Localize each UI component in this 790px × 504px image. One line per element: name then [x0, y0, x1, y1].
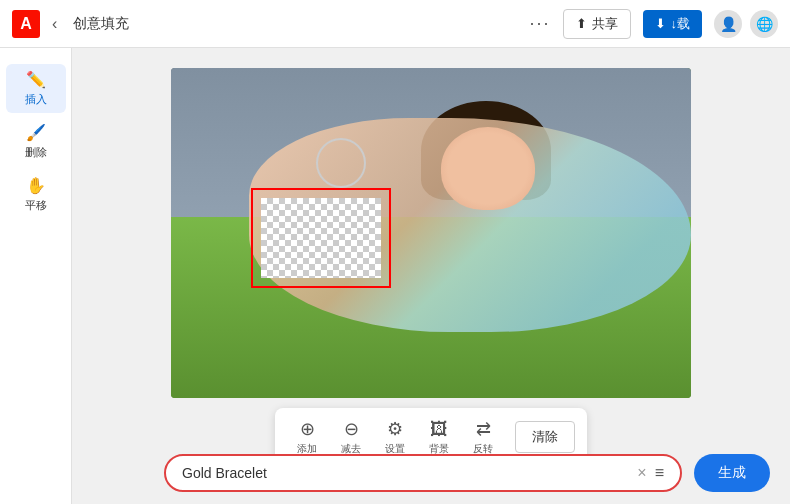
brush-circle	[316, 138, 366, 188]
canvas-area: ⊕ 添加 ⊖ 减去 ⚙ 设置 🖼 背景 ⇄ 反转 清除	[72, 48, 790, 504]
delete-icon: 🖌️	[26, 123, 46, 142]
topbar-left: A ‹ 创意填充	[12, 10, 129, 38]
download-button[interactable]: ⬇ ↓载	[643, 10, 703, 38]
topbar: A ‹ 创意填充 ··· ⬆ 共享 ⬇ ↓载 👤 🌐	[0, 0, 790, 48]
removed-area	[261, 198, 381, 278]
share-icon: ⬆	[576, 16, 587, 31]
pan-icon: ✋	[26, 176, 46, 195]
left-toolbar: ✏️ 插入 🖌️ 删除 ✋ 平移	[0, 48, 72, 504]
page-title: 创意填充	[73, 15, 129, 33]
clear-icon[interactable]: ×	[637, 464, 646, 482]
topbar-right: ··· ⬆ 共享 ⬇ ↓载 👤 🌐	[529, 9, 778, 39]
download-icon: ⬇	[655, 16, 666, 31]
person-face	[441, 127, 535, 210]
tool-insert[interactable]: ✏️ 插入	[6, 64, 66, 113]
insert-icon: ✏️	[26, 70, 46, 89]
tool-delete[interactable]: 🖌️ 删除	[6, 117, 66, 166]
search-container: × ≡	[164, 454, 682, 492]
more-button[interactable]: ···	[529, 13, 550, 34]
search-input[interactable]	[182, 465, 629, 481]
user-icon[interactable]: 👤	[714, 10, 742, 38]
flip-icon: ⇄	[476, 418, 491, 440]
add-icon: ⊕	[300, 418, 315, 440]
adobe-logo[interactable]: A	[12, 10, 40, 38]
subtract-icon: ⊖	[344, 418, 359, 440]
photo-scene	[171, 68, 691, 398]
image-container[interactable]	[171, 68, 691, 398]
search-settings-icon[interactable]: ≡	[655, 464, 664, 482]
settings-icon: ⚙	[387, 418, 403, 440]
tool-pan[interactable]: ✋ 平移	[6, 170, 66, 219]
main-area: ✏️ 插入 🖌️ 删除 ✋ 平移	[0, 48, 790, 504]
share-button[interactable]: ⬆ 共享	[563, 9, 631, 39]
topbar-icons: 👤 🌐	[714, 10, 778, 38]
back-button[interactable]: ‹	[48, 11, 61, 37]
globe-icon[interactable]: 🌐	[750, 10, 778, 38]
tool-bg-btn[interactable]: 🖼 背景	[419, 415, 459, 460]
bottom-bar: × ≡ 生成	[144, 454, 790, 492]
clear-button[interactable]: 清除	[515, 421, 575, 453]
generate-button[interactable]: 生成	[694, 454, 770, 492]
bg-icon: 🖼	[430, 419, 448, 440]
